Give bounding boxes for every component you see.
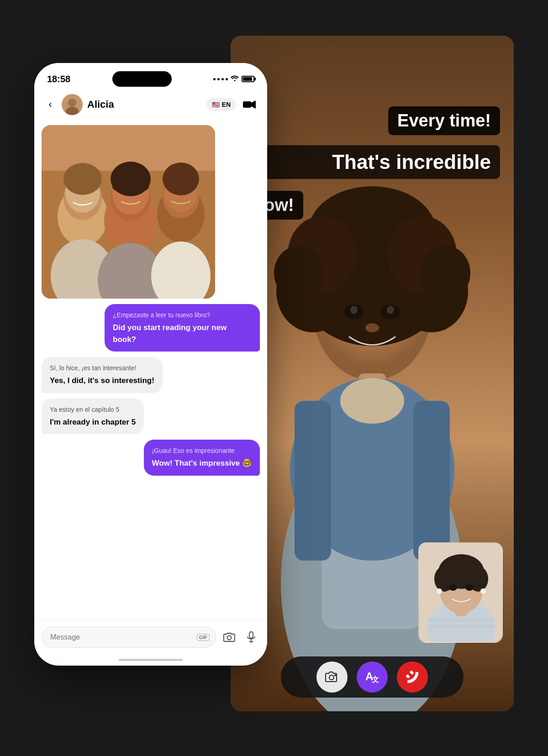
svg-point-1 [68,99,76,107]
dot-4 [226,78,228,80]
language-badge[interactable]: 🇺🇸 EN [206,98,236,111]
translated-text-1: Did you start reading your new book? [113,322,252,345]
original-text-1: ¿Empezaste a leer tu nuevo libro? [113,310,252,320]
svg-point-38 [420,246,470,300]
message-input-bar: GIF [34,620,267,657]
svg-point-15 [112,180,149,194]
message-incoming-2: Ya estoy en el capítulo 5 I'm already in… [42,399,144,435]
svg-point-37 [274,246,324,300]
status-time: 18:58 [47,74,70,84]
photo-message [42,125,215,299]
battery-icon [242,76,254,82]
message-input[interactable] [42,627,216,648]
svg-rect-61 [428,619,495,622]
contact-name: Alicia [87,99,202,110]
translated-text-4: Wow! That's impressive 🤓 [152,457,252,469]
back-button[interactable]: ‹ [43,98,57,111]
home-indicator [119,659,183,661]
subtitle-2-text: That's incredible [332,151,491,173]
subtitle-1: Every time! [388,106,500,135]
input-wrapper: GIF [42,627,216,648]
subtitle-2: That's incredible [244,145,500,179]
svg-point-42 [387,306,394,314]
svg-point-58 [465,584,474,591]
end-call-button[interactable] [397,662,428,693]
svg-rect-68 [406,674,410,679]
original-text-3: Ya estoy en el capítulo 5 [50,405,136,415]
svg-text:文: 文 [372,675,379,683]
signal-dots [213,78,228,80]
pip-person [419,543,503,643]
svg-point-63 [329,675,334,680]
svg-point-64 [334,674,336,676]
message-outgoing-1: ¿Empezaste a leer tu nuevo libro? Did yo… [105,304,260,352]
svg-point-43 [365,323,379,332]
svg-marker-4 [251,100,256,109]
translated-text-3: I'm already in chapter 5 [50,416,136,428]
svg-rect-46 [295,401,331,561]
svg-point-48 [340,378,404,424]
svg-point-59 [437,588,442,594]
status-bar: 18:58 [34,63,267,90]
original-text-4: ¡Guau! Eso es impresionante [152,446,252,456]
scene-container: 18:58 [34,36,514,720]
message-incoming-1: Sí, lo hice, ¡es tan interesante! Yes, I… [42,357,163,393]
translate-control-button[interactable]: A 文 [357,662,388,693]
svg-point-19 [163,163,199,195]
svg-point-10 [63,163,102,195]
flag-icon: 🇺🇸 [212,101,220,108]
svg-rect-3 [243,101,251,108]
svg-rect-47 [413,401,450,561]
subtitle-1-text: Every time! [397,111,491,130]
dynamic-island [112,71,172,87]
camera-control-button[interactable] [316,662,348,693]
svg-point-23 [227,636,232,640]
video-panel: Every time! That's incredible now! [231,36,514,711]
nav-bar: ‹ Alicia 🇺🇸 EN [34,90,267,121]
svg-point-41 [350,306,358,314]
original-text-2: Sí, lo hice, ¡es tan interesante! [50,363,154,373]
dot-3 [221,78,224,80]
photo-placeholder [42,125,215,299]
phone-left: 18:58 [34,63,267,666]
svg-point-60 [480,588,486,594]
message-outgoing-2: ¡Guau! Eso es impresionante Wow! That's … [144,440,260,476]
pip-window [418,542,503,643]
svg-rect-67 [410,671,414,675]
dot-2 [217,78,220,80]
mic-button[interactable] [242,629,260,646]
video-call-button[interactable] [241,96,258,113]
video-controls-bar: A 文 [281,656,464,698]
status-icons [213,75,254,83]
svg-rect-62 [428,625,495,628]
chat-area: ¿Empezaste a leer tu nuevo libro? Did yo… [34,121,267,620]
video-background: Every time! That's incredible now! [231,36,514,711]
svg-rect-24 [249,632,253,638]
translated-text-2: Yes, I did, it's so interesting! [50,375,154,387]
dot-1 [213,78,216,80]
avatar [62,94,83,115]
lang-code: EN [222,101,231,108]
wifi-icon [231,75,239,83]
gif-label: GIF [197,634,210,641]
svg-point-57 [449,584,457,591]
camera-button[interactable] [221,629,238,646]
